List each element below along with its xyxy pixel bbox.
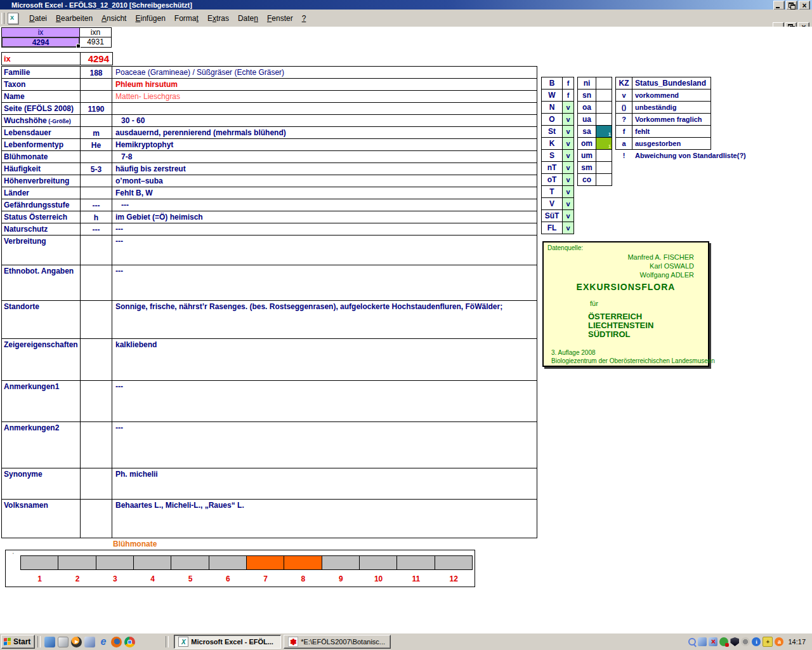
row-code-cell[interactable] [81, 115, 112, 126]
row-code-cell[interactable] [81, 381, 112, 421]
kz-header-label[interactable]: Status_Bundesland [632, 77, 711, 90]
menu-datei[interactable]: Datei [25, 13, 51, 24]
bundesland-status-cell[interactable]: f [562, 77, 574, 90]
row-code-cell[interactable]: --- [81, 223, 112, 235]
menu-daten[interactable]: Daten [233, 13, 263, 24]
row-label-cell[interactable]: Wuchshöhe (-Größe) [cm] [2, 115, 81, 126]
bundesland-code-cell[interactable]: N [541, 101, 563, 114]
bundesland-status-cell[interactable]: v [562, 197, 574, 210]
row-label-cell[interactable]: Lebenformentyp [2, 139, 81, 150]
bundesland-code-cell[interactable]: W [541, 89, 563, 102]
row-label-cell[interactable]: Blühmonate [2, 151, 81, 162]
bundesland-status-cell[interactable]: v [562, 161, 574, 174]
kz-code-cell[interactable]: () [615, 101, 632, 114]
region-value-cell[interactable] [596, 101, 612, 114]
row-value-cell[interactable]: --- [112, 223, 537, 235]
kz-code-cell[interactable]: ! [615, 149, 632, 162]
menu-bearbeiten[interactable]: Bearbeiten [51, 13, 97, 24]
row-value-cell[interactable]: Hemikryptophyt [112, 139, 537, 150]
row-label-cell[interactable]: Naturschutz [2, 223, 81, 235]
row-label-cell[interactable]: Synonyme [2, 468, 81, 499]
bundesland-code-cell[interactable]: O [541, 113, 563, 126]
region-value-cell[interactable]: 1 [596, 125, 612, 138]
row-label-cell[interactable]: Seite (EFÖLS 2008) [2, 103, 81, 114]
row-label-cell[interactable]: Höhenverbreitung [2, 175, 81, 187]
row-label-cell[interactable]: Name [2, 91, 81, 102]
firefox-icon[interactable] [111, 637, 122, 647]
cell-ix-header[interactable]: ix [1, 27, 80, 37]
row-value-cell[interactable]: Fehlt B, W [112, 187, 537, 199]
menu-format[interactable]: Format [170, 13, 203, 24]
row-label-cell[interactable]: Gefährdungsstufe [2, 199, 81, 211]
bundesland-code-cell[interactable]: K [541, 137, 563, 150]
row-label-cell[interactable]: Zeigereigenschaften [2, 339, 81, 380]
bloom-month-cell[interactable] [133, 555, 171, 570]
row-label-cell[interactable]: Anmerkungen2 [2, 422, 81, 468]
row-code-cell[interactable]: m [81, 127, 112, 138]
bloom-month-cell[interactable] [396, 555, 435, 570]
region-code-cell[interactable]: om [577, 137, 596, 150]
kz-label-cell[interactable]: unbeständig [632, 101, 711, 114]
bundesland-status-cell[interactable]: f [562, 89, 574, 102]
row-value-cell[interactable]: kalkliebend [112, 339, 537, 380]
menu-fenster[interactable]: Fenster [263, 13, 298, 24]
row-code-cell[interactable]: --- [81, 199, 112, 211]
row-label-cell[interactable]: Anmerkungen1 [2, 381, 81, 421]
row-code-cell[interactable] [81, 468, 112, 499]
messenger-tray-icon[interactable] [719, 637, 728, 646]
bundesland-code-cell[interactable]: B [541, 77, 563, 90]
bloom-month-cell[interactable] [322, 555, 360, 570]
menu-extras[interactable]: Extras [203, 13, 233, 24]
bloom-month-cell[interactable] [435, 555, 473, 570]
bloom-month-cell[interactable] [209, 555, 247, 570]
bundesland-code-cell[interactable]: S [541, 149, 563, 162]
row-value-cell[interactable]: Sonnige, frische, nährst’r Rasenges. (be… [112, 301, 537, 338]
bundesland-status-cell[interactable]: v [562, 113, 574, 126]
bundesland-code-cell[interactable]: nT [541, 161, 563, 174]
row-value-cell[interactable] [112, 103, 537, 114]
toolbar-grip[interactable] [1, 13, 4, 24]
row-value-cell[interactable]: --- [112, 422, 537, 468]
row-value-cell[interactable]: 30 - 60 [112, 115, 537, 126]
bundesland-code-cell[interactable]: V [541, 197, 563, 210]
explorer-icon[interactable] [84, 637, 95, 647]
row-label-cell[interactable]: Standorte [2, 301, 81, 338]
row-label-cell[interactable]: Ethnobot. Angaben [2, 265, 81, 300]
row-label-cell[interactable]: Häufigkeit [2, 163, 81, 175]
workbook-icon[interactable] [8, 13, 18, 24]
row-value-cell[interactable]: im Gebiet (=Ö) heimisch [112, 211, 537, 223]
media-player-icon[interactable] [71, 637, 82, 647]
kz-code-cell[interactable]: a [615, 137, 632, 150]
row-value-cell[interactable]: Poaceae (Gramineae) / Süßgräser (Echte G… [112, 67, 537, 78]
row-value-cell[interactable]: häufig bis zerstreut [112, 163, 537, 175]
row-code-cell[interactable] [81, 151, 112, 162]
row-code-cell[interactable] [81, 187, 112, 199]
row-value-cell[interactable]: 7-8 [112, 151, 537, 162]
row-code-cell[interactable] [81, 265, 112, 300]
mail-icon[interactable] [44, 637, 55, 647]
region-value-cell[interactable] [596, 77, 612, 90]
network-offline-tray-icon[interactable] [709, 637, 717, 646]
title-bar[interactable]: Microsoft Excel - EFÖLS3_12_2010 [Schrei… [0, 0, 812, 10]
region-code-cell[interactable]: sa [577, 125, 596, 138]
row-code-cell[interactable]: 188 [81, 67, 112, 78]
region-code-cell[interactable]: sm [577, 161, 596, 174]
region-value-cell[interactable]: 1 [596, 137, 612, 150]
restore-button[interactable] [786, 1, 797, 10]
bloom-months-chart[interactable]: ' 123456789101112 [5, 550, 475, 587]
info-tray-icon[interactable] [752, 637, 761, 646]
row-code-cell[interactable] [81, 235, 112, 265]
current-record-label[interactable]: ix [2, 53, 81, 65]
region-value-cell[interactable] [596, 173, 612, 186]
bundesland-status-cell[interactable]: v [562, 185, 574, 198]
row-code-cell[interactable] [81, 422, 112, 468]
minimize-button[interactable] [773, 1, 785, 10]
bundesland-status-cell[interactable]: v [562, 222, 574, 234]
row-value-cell[interactable]: ausdauernd, perennierend (mehrmals blühe… [112, 127, 537, 138]
menu-?[interactable]: ? [298, 13, 311, 24]
chrome-icon[interactable] [124, 637, 135, 647]
row-code-cell[interactable] [81, 175, 112, 187]
region-value-cell[interactable] [596, 113, 612, 126]
row-value-cell[interactable]: o’mont–suba [112, 175, 537, 187]
show-desktop-icon[interactable] [58, 637, 69, 647]
